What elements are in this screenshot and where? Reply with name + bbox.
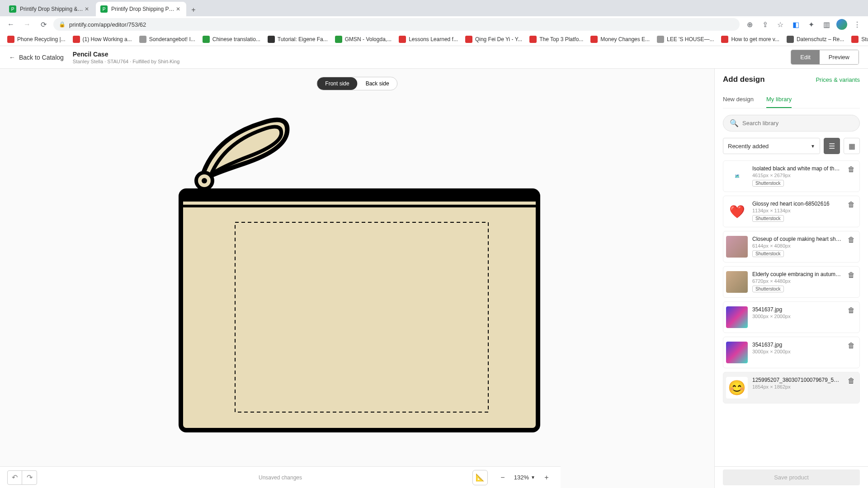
bookmark-item[interactable]: GMSN - Vologda,... xyxy=(332,34,394,45)
bookmark-favicon xyxy=(203,36,210,43)
bookmark-favicon xyxy=(268,36,275,43)
canvas-area[interactable]: Front side Back side xyxy=(0,69,714,488)
grid-view-button[interactable]: ▦ xyxy=(844,138,860,154)
bookmark-item[interactable]: Sonderangebot! I... xyxy=(137,34,198,45)
library-item[interactable]: ❤️ Glossy red heart icon-68502616 1134px… xyxy=(723,196,860,227)
bookmark-item[interactable]: Phone Recycling |... xyxy=(5,34,68,45)
delete-icon[interactable]: 🗑 xyxy=(846,306,857,314)
delete-icon[interactable]: 🗑 xyxy=(846,165,857,174)
library-item[interactable]: 🗺️ Isolated black and white map of the w… xyxy=(723,160,860,192)
menu-icon[interactable]: ⋮ xyxy=(851,18,863,31)
address-bar: ← → ⟳ 🔒 printify.com/app/editor/753/62 ⊕… xyxy=(0,16,868,33)
product-mockup[interactable] xyxy=(172,109,542,435)
bookmark-item[interactable]: How to get more v... xyxy=(718,34,782,45)
bookmark-label: Student Wants and... xyxy=(861,36,868,42)
avatar-icon[interactable] xyxy=(835,18,848,31)
library-item-dimensions: 1854px × 1862px xyxy=(752,384,841,389)
undo-redo-group: ↶ ↷ xyxy=(7,470,37,485)
library-thumb: ❤️ xyxy=(726,201,748,222)
library-item[interactable]: Elderly couple embracing in autumn park … xyxy=(723,266,860,298)
zoom-in-button[interactable]: + xyxy=(540,471,553,484)
tab-new-design[interactable]: New design xyxy=(723,92,754,108)
app: ← Back to Catalog Pencil Case Stanley St… xyxy=(0,46,868,488)
zoom-out-button[interactable]: − xyxy=(496,471,509,484)
back-to-catalog[interactable]: ← Back to Catalog xyxy=(9,54,64,61)
bookmark-item[interactable]: Datenschutz – Re... xyxy=(784,34,847,45)
bottom-bar: ↶ ↷ Unsaved changes 📐 − 132% ▼ + xyxy=(0,466,561,488)
bookmark-item[interactable]: The Top 3 Platfo... xyxy=(527,34,586,45)
close-icon[interactable]: ✕ xyxy=(83,5,90,13)
search-library[interactable]: 🔍 xyxy=(723,115,860,131)
ruler-button[interactable]: 📐 xyxy=(472,470,488,485)
forward-button[interactable]: → xyxy=(21,18,33,31)
library-item-name: Elderly couple embracing in autumn park … xyxy=(752,271,841,277)
preview-button[interactable]: Preview xyxy=(820,50,859,64)
prices-variants-link[interactable]: Prices & variants xyxy=(816,76,860,83)
bookmark-item[interactable]: Tutorial: Eigene Fa... xyxy=(265,34,330,45)
share-icon[interactable]: ⇪ xyxy=(759,18,771,31)
mode-toggle: Edit Preview xyxy=(791,50,859,65)
bookmark-icon[interactable]: ☆ xyxy=(774,18,787,31)
delete-icon[interactable]: 🗑 xyxy=(846,271,857,279)
delete-icon[interactable]: 🗑 xyxy=(846,342,857,350)
library-item-info: 3541637.jpg 3000px × 2000px xyxy=(752,342,841,354)
list-view-button[interactable]: ☰ xyxy=(824,138,840,154)
back-side-tab[interactable]: Back side xyxy=(358,77,397,90)
bookmark-item[interactable]: LEE 'S HOUSE—... xyxy=(654,34,717,45)
sort-select[interactable]: Recently added ▼ xyxy=(723,138,820,154)
bookmark-item[interactable]: Lessons Learned f... xyxy=(396,34,461,45)
delete-icon[interactable]: 🗑 xyxy=(846,236,857,244)
bookmark-favicon xyxy=(73,36,80,43)
front-side-tab[interactable]: Front side xyxy=(317,77,357,90)
bookmark-item[interactable]: Money Changes E... xyxy=(588,34,652,45)
library-thumb xyxy=(726,342,748,363)
extensions-icon[interactable]: ✦ xyxy=(805,18,817,31)
library-item[interactable]: 😊 125995207_380307100079679_5698227532..… xyxy=(723,372,860,404)
new-tab-button[interactable]: + xyxy=(187,4,200,16)
library-item[interactable]: 3541637.jpg 3000px × 2000px 🗑 xyxy=(723,337,860,368)
save-product-button[interactable]: Save product xyxy=(723,469,860,485)
search-input[interactable] xyxy=(742,120,853,127)
library-item-dimensions: 3000px × 2000px xyxy=(752,314,841,319)
reading-list-icon[interactable]: ▥ xyxy=(820,18,833,31)
translate-icon[interactable]: ⊕ xyxy=(743,18,756,31)
save-status: Unsaved changes xyxy=(259,474,302,481)
delete-icon[interactable]: 🗑 xyxy=(846,201,857,209)
library-item-name: 3541637.jpg xyxy=(752,306,841,313)
undo-button[interactable]: ↶ xyxy=(8,471,22,484)
url-text: printify.com/app/editor/753/62 xyxy=(69,21,146,28)
library-item-info: Closeup of couple making heart shape wit… xyxy=(752,236,841,257)
browser-tab-active[interactable]: P Printify Drop Shipping Print on ✕ xyxy=(96,2,186,16)
library-item-dimensions: 6720px × 4480px xyxy=(752,278,841,284)
bookmark-label: (1) How Working a... xyxy=(83,36,132,42)
library-item-info: Elderly couple embracing in autumn park … xyxy=(752,271,841,292)
tab-favicon: P xyxy=(100,5,108,13)
library-item-badge: Shutterstock xyxy=(752,250,784,257)
zoom-value[interactable]: 132% ▼ xyxy=(512,474,537,481)
bookmark-item[interactable]: Chinese translatio... xyxy=(200,34,263,45)
bookmark-label: GMSN - Vologda,... xyxy=(345,36,392,42)
delete-icon[interactable]: 🗑 xyxy=(846,377,857,385)
bookmark-item[interactable]: Qing Fei De Yi - Y... xyxy=(462,34,525,45)
library-item[interactable]: Closeup of couple making heart shape wit… xyxy=(723,231,860,263)
reload-button[interactable]: ⟳ xyxy=(37,18,50,31)
product-info: Pencil Case Stanley Stella · STAU764 · F… xyxy=(73,51,179,64)
bookmark-label: Chinese translatio... xyxy=(212,36,260,42)
redo-button[interactable]: ↷ xyxy=(22,471,37,484)
back-label: Back to Catalog xyxy=(19,54,64,61)
bookmark-favicon xyxy=(139,36,146,43)
bookmark-item[interactable]: Student Wants and... xyxy=(849,34,868,45)
tab-my-library[interactable]: My library xyxy=(766,92,792,108)
bookmark-label: Tutorial: Eigene Fa... xyxy=(278,36,328,42)
library-item[interactable]: 3541637.jpg 3000px × 2000px 🗑 xyxy=(723,301,860,333)
url-field[interactable]: 🔒 printify.com/app/editor/753/62 xyxy=(53,18,740,31)
bookmark-item[interactable]: (1) How Working a... xyxy=(70,34,135,45)
close-icon[interactable]: ✕ xyxy=(175,5,182,13)
back-button[interactable]: ← xyxy=(5,18,17,31)
library-list: 🗺️ Isolated black and white map of the w… xyxy=(723,160,860,466)
facebook-ext-icon[interactable]: ◧ xyxy=(789,18,802,31)
bookmark-favicon xyxy=(657,36,664,43)
library-item-dimensions: 1134px × 1134px xyxy=(752,208,841,213)
browser-tab[interactable]: P Printify Drop Shipping & Printi ✕ xyxy=(5,2,95,16)
edit-button[interactable]: Edit xyxy=(791,50,819,64)
